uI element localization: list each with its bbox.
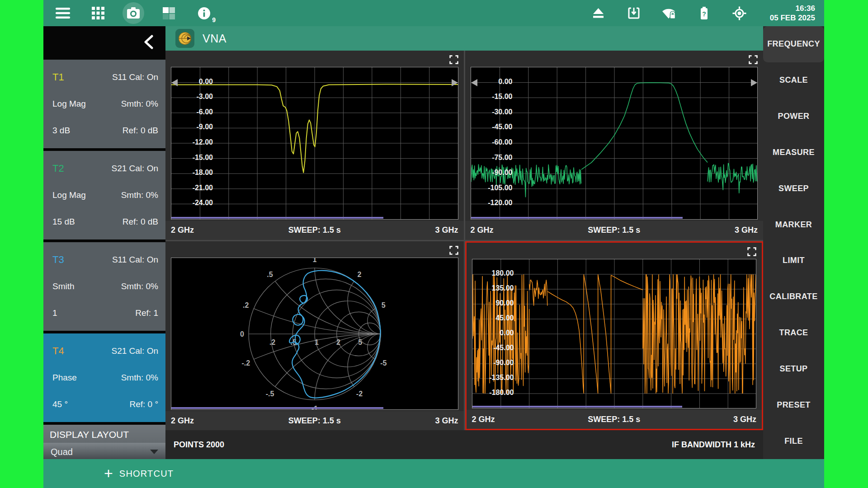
grid-lines [471,67,758,219]
split-screen-icon[interactable] [161,5,176,21]
menu-item-trace[interactable]: TRACE [763,315,824,351]
svg-text:?: ? [703,10,707,18]
battery-status-icon[interactable]: ? [697,5,712,21]
trace-info-text: Ref: 0 dB [123,126,158,136]
menu-item-preset[interactable]: PRESET [763,387,824,423]
menu-item-frequency[interactable]: FREQUENCY [763,26,824,62]
svg-text:5: 5 [358,338,362,346]
apps-grid-icon[interactable] [90,5,106,21]
main-content: VNA 0.00-3.00-6.00-9.00-12.00-15.00-18.0… [165,26,763,459]
reference-level-arrow-left [471,79,477,86]
sweep-progress-bar [472,406,682,408]
chevron-left-icon [144,35,154,49]
reference-level-arrow-right [452,79,458,86]
menu-item-limit[interactable]: LIMIT [763,243,824,279]
menu-item-power[interactable]: POWER [763,99,824,135]
wifi-lock-icon[interactable] [661,5,677,21]
sweep-progress-bar [471,217,683,219]
chart-header [467,243,762,259]
menu-item-sweep[interactable]: SWEEP [763,170,824,206]
trace-info-text: Smth: 0% [121,282,158,291]
sidebar-header [43,26,165,60]
sweep-progress-bar [171,217,383,219]
trace-sidebar: T1S11 Cal: OnLog MagSmth: 0%3 dBRef: 0 d… [43,26,165,459]
eject-icon[interactable] [591,5,606,21]
chart-header [165,51,464,67]
trace-panel-T3[interactable]: T3S11 Cal: OnSmithSmth: 0%1Ref: 1 [43,242,165,331]
reference-level-arrow-left [171,79,178,86]
sweep-progress-bar [171,407,383,409]
system-top-bar: 9 ? [43,0,824,26]
trace-info-text: Smith [52,282,75,291]
svg-text:-5: -5 [380,359,387,366]
t2-s21-logmag-canvas [471,67,758,219]
trace-info-text: T2 [52,163,64,174]
trace-panel-T1[interactable]: T1S11 Cal: OnLog MagSmth: 0%3 dBRef: 0 d… [43,60,165,148]
t4-s21-phase-plot-area[interactable]: 180.00135.0090.0045.000.00-45.00-90.00-1… [472,259,757,409]
fullscreen-icon[interactable] [448,245,459,256]
trace-info-text: T1 [52,71,64,83]
x-stop-label: 3 GHz [435,225,458,235]
topbar-left-icons: 9 [55,5,212,21]
trace-info-text: Ref: 0 ° [129,399,158,409]
menu-item-marker[interactable]: MARKER [763,206,824,243]
softkey-menu: FREQUENCYSCALEPOWERMEASURESWEEPMARKERLIM… [763,26,824,459]
info-icon[interactable]: 9 [196,5,212,21]
trace-panel-T4[interactable]: T4S21 Cal: OnPhaseSmth: 0%45 °Ref: 0 ° [43,333,165,422]
trace-info-text: S11 Cal: On [112,72,158,82]
trace-info-text: Smth: 0% [121,373,158,383]
chart-quadrant-t1-s11-logmag[interactable]: 0.00-3.00-6.00-9.00-12.00-15.00-18.00-21… [165,51,464,240]
t2-s21-logmag-plot-area[interactable]: 0.00-15.00-30.00-45.00-60.00-75.00-90.00… [471,67,758,220]
x-start-label: 2 GHz [171,225,194,235]
menu-item-setup[interactable]: SETUP [763,351,824,387]
if-bandwidth-status: IF BANDWIDTH 1 kHz [672,440,755,450]
svg-text:1: 1 [315,338,319,346]
svg-text:-.2: -.2 [241,359,250,366]
fullscreen-icon[interactable] [448,54,459,65]
import-save-icon[interactable] [626,5,642,21]
collapse-sidebar-button[interactable] [144,35,154,51]
svg-text:2: 2 [336,338,340,346]
trace-panel-list: T1S11 Cal: OnLog MagSmth: 0%3 dBRef: 0 d… [43,60,165,422]
svg-text:-2: -2 [356,389,363,397]
t3-s11-smith-plot-area[interactable]: 0.2.5125.2.5125-.2-.5-1-2-5 [171,258,458,410]
trace-info-text: Smth: 0% [121,190,158,200]
trace-info-text: Phase [52,373,77,383]
trace-info-text: 1 [52,308,57,318]
camera-screenshot-icon[interactable] [126,5,141,21]
display-layout-dropdown[interactable]: Quad [43,443,165,459]
trace-panel-T2[interactable]: T2S21 Cal: OnLog MagSmth: 0%15 dBRef: 0 … [43,151,165,239]
svg-text:1: 1 [313,258,317,263]
trace-info-text: 3 dB [52,126,70,136]
shortcut-bar[interactable]: + SHORTCUT [43,459,824,488]
fullscreen-icon[interactable] [748,54,759,65]
t1-s11-logmag-plot-area[interactable]: 0.00-3.00-6.00-9.00-12.00-15.00-18.00-21… [171,67,458,220]
menu-item-scale[interactable]: SCALE [763,62,824,99]
app-title-bar: VNA [165,26,763,51]
clock-date: 05 FEB 2025 [770,14,815,22]
chart-quadrant-t4-s21-phase[interactable]: 180.00135.0090.0045.000.00-45.00-90.00-1… [465,241,764,431]
menu-item-file[interactable]: FILE [763,423,824,459]
chart-quadrant-t2-s21-logmag[interactable]: 0.00-15.00-30.00-45.00-60.00-75.00-90.00… [465,51,764,240]
svg-text:.5: .5 [267,271,273,278]
trace-info-text: S11 Cal: On [112,255,158,265]
t2-s21-logmag-trace [581,83,708,169]
plus-icon: + [104,465,113,481]
trace-info-text: S21 Cal: On [112,346,159,356]
t4-s21-phase-trace [529,280,547,305]
grid-lines [171,67,458,219]
chart-header [165,241,464,258]
app-title: VNA [203,32,226,45]
clock-time: 16:36 [796,4,815,13]
shortcut-label: SHORTCUT [119,469,174,479]
fullscreen-icon[interactable] [746,246,757,257]
menu-item-measure[interactable]: MEASURE [763,134,824,170]
trace-info-text: Log Mag [52,190,86,200]
chart-quadrant-t3-s11-smith[interactable]: 0.2.5125.2.5125-.2-.5-1-2-52 GHzSWEEP: 1… [165,241,464,431]
menu-icon[interactable] [55,5,71,21]
gps-location-icon[interactable] [732,5,747,21]
points-status: POINTS 2000 [174,440,224,450]
trace-info-text: Smth: 0% [121,99,158,109]
svg-text:0: 0 [240,330,244,338]
menu-item-calibrate[interactable]: CALIBRATE [763,279,824,315]
